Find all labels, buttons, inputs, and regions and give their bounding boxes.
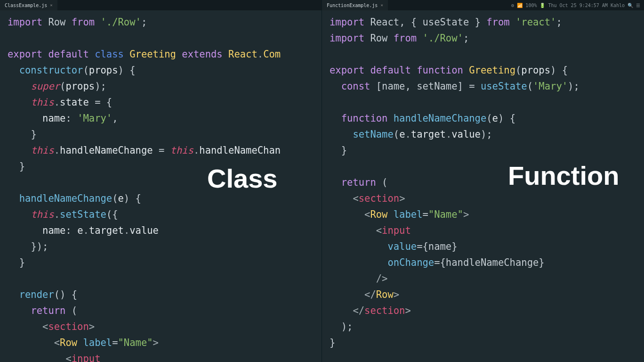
tab-bar-left: ClassExample.js ×: [0, 0, 322, 10]
wifi-icon: 📶: [517, 3, 523, 8]
editor-pane-left: ClassExample.js × import Row from './Row…: [0, 0, 322, 362]
code-editor-right[interactable]: import React, { useState } from 'react';…: [322, 10, 644, 354]
menu-icon[interactable]: ☰: [636, 3, 640, 8]
tab-label: ClassExample.js: [5, 3, 47, 8]
close-icon[interactable]: ×: [50, 3, 52, 8]
menu-icon: ⚙: [511, 3, 514, 8]
battery-icon: 🔋: [539, 3, 545, 8]
macos-menubar: ⚙ 📶 100% 🔋 Thu Oct 25 9:24:57 AM Kahlo 🔍…: [507, 0, 644, 10]
tab-bar-right: FunctionExample.js × ⚙ 📶 100% 🔋 Thu Oct …: [322, 0, 644, 10]
tab-class-example[interactable]: ClassExample.js ×: [0, 0, 57, 10]
time-label: 9:24:57 AM: [580, 3, 608, 8]
tab-function-example[interactable]: FunctionExample.js ×: [322, 0, 388, 10]
tab-label: FunctionExample.js: [327, 3, 378, 8]
user-label: Kahlo: [611, 3, 625, 8]
battery-label: 100%: [525, 3, 537, 8]
app-root: ClassExample.js × import Row from './Row…: [0, 0, 644, 362]
editor-pane-right: FunctionExample.js × ⚙ 📶 100% 🔋 Thu Oct …: [322, 0, 644, 362]
search-icon[interactable]: 🔍: [628, 3, 633, 8]
date-label: Thu Oct 25: [548, 3, 576, 8]
close-icon[interactable]: ×: [380, 3, 383, 8]
code-editor-left[interactable]: import Row from './Row'; export default …: [0, 10, 322, 362]
